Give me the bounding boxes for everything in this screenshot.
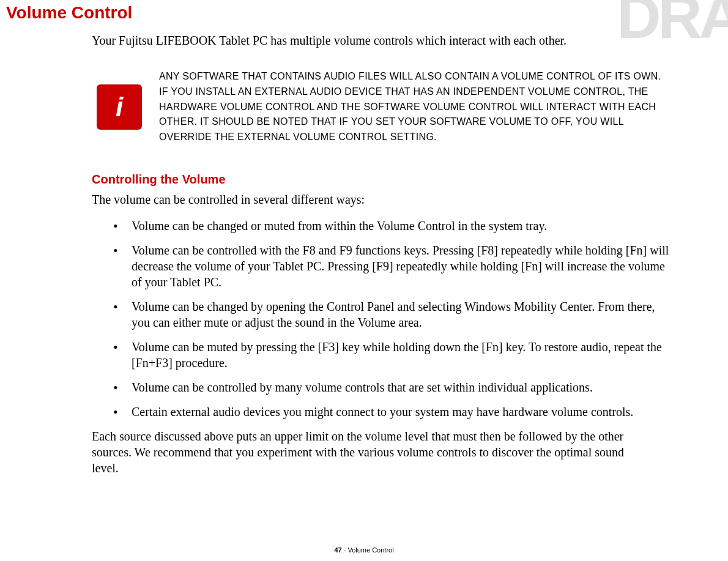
list-item: Volume can be controlled by many volume … — [113, 379, 676, 395]
closing-paragraph: Each source discussed above puts an uppe… — [92, 428, 636, 476]
volume-methods-list: Volume can be changed or muted from with… — [113, 218, 728, 420]
list-item: Volume can be controlled with the F8 and… — [113, 242, 676, 290]
list-item: Volume can be changed or muted from with… — [113, 218, 676, 234]
info-icon-wrapper: i — [97, 84, 142, 130]
list-item: Certain external audio devices you might… — [113, 404, 676, 420]
info-icon: i — [97, 84, 142, 130]
page-footer: 47 - Volume Control — [0, 546, 728, 554]
info-text: Any software that contains audio files w… — [159, 69, 668, 145]
footer-title: Volume Control — [347, 546, 393, 554]
list-item: Volume can be muted by pressing the [F3]… — [113, 339, 676, 371]
list-item: Volume can be changed by opening the Con… — [113, 299, 676, 330]
section-intro: The volume can be controlled in several … — [92, 193, 728, 207]
section-heading: Controlling the Volume — [92, 173, 728, 187]
footer-page-number: 47 — [334, 546, 341, 554]
footer-separator: - — [342, 546, 348, 554]
page-title: Volume Control — [0, 0, 728, 23]
info-icon-letter: i — [116, 92, 123, 122]
intro-paragraph: Your Fujitsu LIFEBOOK Tablet PC has mult… — [92, 34, 728, 48]
info-callout: i Any software that contains audio files… — [97, 69, 728, 145]
